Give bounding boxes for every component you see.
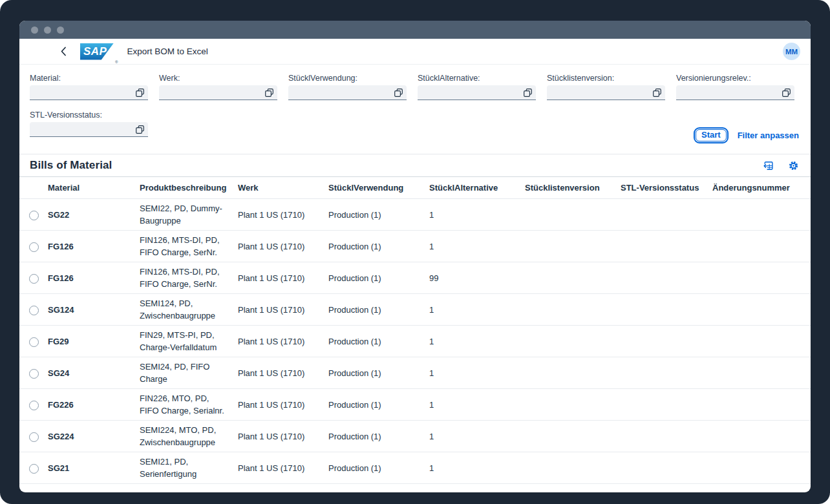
cell-produktbeschreibung: SEMI21, PD, Serienfertigung: [140, 452, 238, 484]
cell-stl-versionsstatus: [621, 262, 712, 294]
value-help-icon[interactable]: [265, 89, 273, 97]
sap-logo[interactable]: SAP: [80, 43, 114, 60]
column-header: STL-Versionsstatus: [621, 177, 712, 199]
cell-stuecklistenversion: [525, 389, 621, 421]
cell-stuecklistenversion: [525, 199, 621, 231]
cell-werk: Plant 1 US (1710): [238, 326, 328, 357]
filter-field-label: StücklAlternative:: [418, 74, 536, 83]
table-row[interactable]: FG126 FIN126, MTS-DI, PD, FIFO Charge, S…: [19, 231, 811, 262]
filter-input-stuecklistenversion[interactable]: [547, 85, 665, 100]
cell-werk: Plant 1 US (1710): [238, 421, 328, 452]
table-row[interactable]: SG21 SEMI21, PD, Serienfertigung Plant 1…: [19, 452, 811, 484]
cell-werk: Plant 1 US (1710): [238, 231, 328, 262]
cell-stueckl-alternative: 1: [429, 421, 525, 452]
cell-stueckl-verwendung: Production (1): [328, 199, 429, 231]
column-header: Werk: [238, 177, 328, 199]
value-help-icon[interactable]: [136, 125, 144, 134]
window-titlebar: [19, 21, 811, 39]
row-select-radio[interactable]: [29, 211, 39, 220]
filter-field-label: STL-Versionsstatus:: [30, 110, 148, 120]
filter-input-werk[interactable]: [159, 85, 277, 100]
row-select-radio[interactable]: [29, 306, 39, 315]
cell-stueckl-alternative: 1: [429, 199, 525, 231]
cell-produktbeschreibung: SEMI24, PD, FIFO Charge: [140, 357, 238, 389]
cell-material: SG21: [48, 452, 140, 484]
user-avatar[interactable]: MM: [783, 43, 800, 60]
select-column-header: [19, 177, 48, 199]
window-minimize-button[interactable]: [44, 26, 51, 34]
cell-material: FG226: [48, 389, 140, 421]
row-select-radio[interactable]: [29, 242, 39, 252]
table-row[interactable]: SG224 SEMI224, MTO, PD, Zwischenbaugrupp…: [19, 421, 811, 452]
column-header: StücklVerwendung: [328, 177, 429, 199]
filter-input-stl-versionsstatus[interactable]: [30, 122, 148, 137]
cell-stueckl-alternative: 1: [429, 231, 525, 262]
filter-input-material[interactable]: [30, 85, 148, 100]
app-title: Export BOM to Excel: [127, 47, 208, 56]
filter-field: Stücklistenversion:: [547, 74, 665, 100]
filter-field: Material:: [30, 74, 148, 100]
filter-field-label: Versionierungsrelev.:: [676, 74, 794, 83]
cell-stueckl-alternative: 1: [429, 452, 525, 484]
back-button[interactable]: [54, 43, 72, 61]
cell-stuecklistenversion: [525, 262, 621, 294]
row-select-radio[interactable]: [29, 274, 39, 284]
sap-logo-registered-mark: ®: [115, 60, 118, 64]
cell-stl-versionsstatus: [621, 231, 712, 262]
cell-stuecklistenversion: [525, 231, 621, 262]
start-button-label: Start: [696, 129, 727, 142]
cell-produktbeschreibung: FIN226, MTO, PD, FIFO Charge, Serialnr.: [140, 389, 238, 421]
value-help-icon[interactable]: [136, 89, 144, 97]
cell-aenderungsnummer: [712, 231, 811, 262]
desktop-background: SAP ® Export BOM to Excel MM Material: W…: [0, 0, 830, 504]
cell-stueckl-alternative: 1: [429, 357, 525, 389]
start-button[interactable]: Start: [694, 127, 729, 143]
export-to-excel-icon[interactable]: [763, 160, 774, 171]
table-toolbar: Bills of Material: [19, 154, 811, 176]
cell-stl-versionsstatus: [621, 421, 712, 452]
table-row[interactable]: FG126 FIN126, MTS-DI, PD, FIFO Charge, S…: [19, 262, 811, 294]
filter-field: StücklAlternative:: [418, 74, 536, 100]
adapt-filters-link[interactable]: Filter anpassen: [738, 131, 799, 140]
row-select-radio[interactable]: [29, 337, 39, 347]
cell-material: SG24: [48, 357, 140, 389]
table-row[interactable]: SG24 SEMI24, PD, FIFO Charge Plant 1 US …: [19, 357, 811, 389]
table-row[interactable]: FG226 FIN226, MTO, PD, FIFO Charge, Seri…: [19, 389, 811, 421]
table-row[interactable]: FG29 FIN29, MTS-PI, PD, Charge-Verfallda…: [19, 326, 811, 357]
window-maximize-button[interactable]: [57, 26, 64, 34]
cell-stuecklistenversion: [525, 357, 621, 389]
table-row[interactable]: SG124 SEMI124, PD, Zwischenbaugruppe Pla…: [19, 294, 811, 326]
cell-aenderungsnummer: [712, 452, 811, 484]
cell-stl-versionsstatus: [621, 389, 712, 421]
filter-field-label: Stücklistenversion:: [547, 74, 665, 83]
filter-field: Werk:: [159, 74, 277, 100]
filter-input-stueckl-verwendung[interactable]: [288, 85, 407, 100]
cell-werk: Plant 1 US (1710): [238, 357, 328, 389]
filter-input-versionierungsrelev[interactable]: [676, 85, 794, 100]
cell-produktbeschreibung: FIN29, MTS-PI, PD, Charge-Verfalldatum: [140, 326, 238, 357]
value-help-icon[interactable]: [782, 89, 791, 97]
cell-stl-versionsstatus: [621, 199, 712, 231]
table-settings-gear-icon[interactable]: [787, 160, 799, 171]
cell-werk: Plant 1 US (1710): [238, 452, 328, 484]
cell-aenderungsnummer: [712, 357, 811, 389]
row-select-radio[interactable]: [29, 369, 39, 379]
value-help-icon[interactable]: [394, 89, 403, 97]
cell-aenderungsnummer: [712, 421, 811, 452]
table-row[interactable]: SG22 SEMI22, PD, Dummy-Baugruppe Plant 1…: [19, 199, 811, 231]
cell-aenderungsnummer: [712, 262, 811, 294]
shell-bar: SAP ® Export BOM to Excel MM: [19, 39, 811, 65]
value-help-icon[interactable]: [524, 89, 532, 97]
cell-stueckl-verwendung: Production (1): [328, 389, 429, 421]
filter-bar: Material: Werk: StücklVerwendung: Stückl…: [19, 65, 811, 154]
filter-input-stueckl-alternative[interactable]: [418, 85, 536, 100]
value-help-icon[interactable]: [653, 89, 661, 97]
row-select-radio[interactable]: [29, 464, 39, 474]
cell-material: SG22: [48, 199, 140, 231]
row-select-radio[interactable]: [29, 432, 39, 442]
cell-stuecklistenversion: [525, 326, 621, 357]
row-select-radio[interactable]: [29, 401, 39, 410]
filter-field: STL-Versionsstatus:: [30, 110, 148, 137]
window-close-button[interactable]: [31, 26, 38, 34]
column-header: Änderungsnummer: [712, 177, 811, 199]
